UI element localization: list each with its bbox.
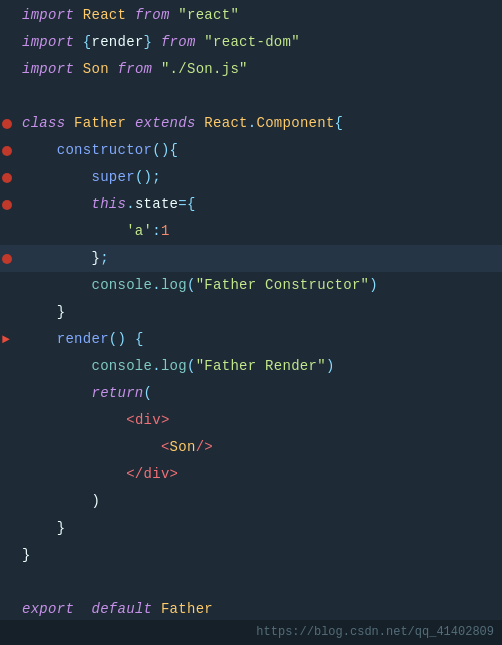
- code-line-22: [0, 569, 502, 596]
- line-content-19: ): [22, 488, 494, 515]
- code-line-6: constructor(){: [0, 137, 502, 164]
- line-content-20: }: [22, 515, 494, 542]
- code-line-8: this.state={: [0, 191, 502, 218]
- code-line-4: [0, 83, 502, 110]
- code-line-5: class Father extends React.Component{: [0, 110, 502, 137]
- code-line-14: console.log("Father Render"): [0, 353, 502, 380]
- code-line-11: console.log("Father Constructor"): [0, 272, 502, 299]
- breakpoint-10: [2, 254, 12, 264]
- code-editor: import React from "react" import {render…: [0, 0, 502, 620]
- line-content-21: }: [22, 542, 494, 569]
- arrow-13: ►: [2, 326, 10, 353]
- code-line-9: 'a':1: [0, 218, 502, 245]
- code-line-3: import Son from "./Son.js": [0, 56, 502, 83]
- line-content-2: import {render} from "react-dom": [22, 29, 494, 56]
- line-content-16: <div>: [22, 407, 494, 434]
- line-content-13: render() {: [22, 326, 494, 353]
- code-line-7: super();: [0, 164, 502, 191]
- line-content-17: <Son/>: [22, 434, 494, 461]
- breakpoint-8: [2, 200, 12, 210]
- code-line-12: }: [0, 299, 502, 326]
- footer: https://blog.csdn.net/qq_41402809: [0, 620, 502, 645]
- code-line-2: import {render} from "react-dom": [0, 29, 502, 56]
- code-line-20: }: [0, 515, 502, 542]
- code-line-18: </div>: [0, 461, 502, 488]
- code-line-19: ): [0, 488, 502, 515]
- breakpoint-7: [2, 173, 12, 183]
- code-line-15: return(: [0, 380, 502, 407]
- line-content-7: super();: [22, 164, 494, 191]
- line-content-10: };: [22, 245, 494, 272]
- code-line-1: import React from "react": [0, 2, 502, 29]
- code-line-13: ► render() {: [0, 326, 502, 353]
- line-content-18: </div>: [22, 461, 494, 488]
- breakpoint-6: [2, 146, 12, 156]
- breakpoint-5: [2, 119, 12, 129]
- code-line-10: };: [0, 245, 502, 272]
- code-line-17: <Son/>: [0, 434, 502, 461]
- line-content-5: class Father extends React.Component{: [22, 110, 494, 137]
- line-content-23: export default Father: [22, 596, 494, 623]
- code-line-23: export default Father: [0, 596, 502, 623]
- line-content-8: this.state={: [22, 191, 494, 218]
- code-line-16: <div>: [0, 407, 502, 434]
- line-content-12: }: [22, 299, 494, 326]
- line-content-6: constructor(){: [22, 137, 494, 164]
- line-content-11: console.log("Father Constructor"): [22, 272, 494, 299]
- line-content-3: import Son from "./Son.js": [22, 56, 494, 83]
- line-content-15: return(: [22, 380, 494, 407]
- code-line-21: }: [0, 542, 502, 569]
- line-content-9: 'a':1: [22, 218, 494, 245]
- line-content-14: console.log("Father Render"): [22, 353, 494, 380]
- line-content-1: import React from "react": [22, 2, 494, 29]
